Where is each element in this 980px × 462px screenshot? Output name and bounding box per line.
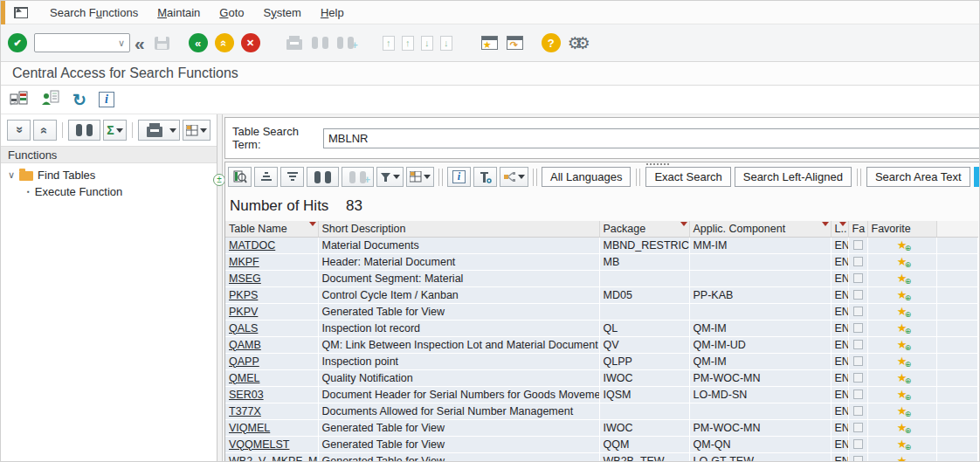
search-mode-button-1[interactable]: Exact Search — [645, 167, 730, 187]
menu-search-functions[interactable]: Search Functions — [40, 6, 148, 19]
tree-layout-button[interactable] — [183, 120, 210, 141]
tree-expand-icon[interactable]: ∨ — [8, 169, 15, 181]
color-legend-icon[interactable] — [10, 91, 29, 109]
table-name-link[interactable]: WB2_V_MKPF_M.. — [229, 455, 318, 462]
table-name-link[interactable]: SER03 — [229, 389, 264, 401]
search-mode-button-0[interactable]: All Languages — [542, 167, 631, 187]
favorite-checkbox[interactable] — [853, 257, 863, 266]
add-favorite-icon[interactable]: ★⊕ — [897, 339, 908, 350]
cancel-button[interactable]: ✕ — [241, 33, 260, 52]
last-page-icon[interactable]: ↓ — [440, 36, 452, 51]
info-icon[interactable]: i — [99, 92, 114, 107]
table-name-link[interactable]: VQQMELST — [229, 438, 289, 451]
menu-goto[interactable]: Goto — [210, 6, 253, 19]
vertical-splitter[interactable]: ± — [217, 114, 223, 462]
find-next-icon[interactable]: + — [337, 37, 354, 49]
favorite-checkbox[interactable] — [853, 373, 863, 383]
add-favorite-icon[interactable]: ★⊕ — [897, 405, 908, 417]
splitter-toggle-icon[interactable]: ± — [213, 174, 225, 186]
add-favorite-icon[interactable]: ★⊕ — [897, 438, 908, 450]
search-mode-button-3[interactable]: Search Area Text — [866, 167, 970, 187]
back-button[interactable]: « — [189, 33, 208, 52]
grid-find-next-button[interactable]: + — [342, 167, 374, 187]
hierarchy-button[interactable] — [500, 167, 528, 187]
table-name-link[interactable]: QAMB — [229, 339, 261, 351]
favorite-checkbox[interactable] — [853, 406, 863, 416]
column-header[interactable]: Package — [599, 221, 689, 237]
add-favorite-icon[interactable]: ★⊕ — [897, 372, 908, 383]
column-header[interactable]: Favorite — [867, 221, 936, 237]
create-shortcut-icon[interactable]: ↷ — [507, 36, 523, 50]
favorite-checkbox[interactable] — [853, 307, 863, 316]
tree-node-find-tables[interactable]: ∨ Find Tables — [8, 167, 217, 183]
favorite-checkbox[interactable] — [853, 439, 863, 449]
table-name-link[interactable]: PKPV — [229, 306, 258, 318]
menu-help[interactable]: Help — [311, 6, 354, 19]
help-button[interactable]: ? — [542, 33, 561, 52]
grid-info-button[interactable]: i — [447, 167, 471, 187]
favorite-checkbox[interactable] — [853, 273, 863, 283]
technical-settings-button[interactable] — [473, 167, 497, 187]
add-favorite-icon[interactable]: ★⊕ — [897, 306, 908, 317]
table-name-link[interactable]: MSEG — [229, 272, 261, 285]
previous-page-icon[interactable]: ↑ — [402, 36, 414, 51]
grid-find-button[interactable] — [307, 167, 339, 187]
table-name-link[interactable]: MATDOC — [229, 239, 275, 252]
exit-button[interactable]: « — [215, 33, 234, 52]
favorite-checkbox[interactable] — [853, 340, 863, 349]
back-chevrons-icon[interactable]: « — [135, 34, 145, 52]
sort-descending-button[interactable] — [280, 167, 304, 187]
favorite-checkbox[interactable] — [853, 423, 863, 432]
add-favorite-icon[interactable]: ★⊕ — [897, 322, 908, 334]
favorite-checkbox[interactable] — [853, 356, 863, 366]
add-favorite-icon[interactable]: ★⊕ — [897, 355, 908, 367]
add-favorite-icon[interactable]: ★⊕ — [897, 272, 908, 284]
column-header[interactable]: Table Name — [225, 221, 318, 237]
table-name-link[interactable]: QAPP — [229, 355, 259, 368]
table-name-link[interactable]: T377X — [229, 405, 261, 417]
tree-print-button[interactable] — [138, 120, 180, 141]
add-favorite-icon[interactable]: ★⊕ — [897, 289, 908, 300]
tree-item-execute-function[interactable]: ▪ Execute Function — [8, 183, 217, 200]
add-favorite-icon[interactable]: ★⊕ — [897, 422, 908, 433]
favorite-checkbox[interactable] — [853, 456, 863, 462]
filter-button[interactable] — [376, 167, 404, 187]
search-mode-button-2[interactable]: Search Left-Aligned — [735, 167, 852, 187]
sort-ascending-button[interactable] — [254, 167, 278, 187]
save-icon[interactable] — [155, 37, 169, 50]
tree-find-button[interactable] — [68, 120, 100, 141]
enter-button[interactable]: ✔ — [8, 33, 27, 52]
column-header[interactable]: L.. — [831, 221, 848, 237]
user-list-icon[interactable] — [41, 90, 60, 109]
customize-layout-icon[interactable]: ⚙⚙ — [568, 33, 583, 53]
table-name-link[interactable]: VIQMEL — [229, 422, 270, 434]
column-header[interactable]: Applic. Component — [689, 221, 831, 237]
menu-system[interactable]: System — [254, 6, 311, 19]
favorite-checkbox[interactable] — [853, 323, 863, 333]
table-name-link[interactable]: QMEL — [229, 372, 259, 384]
table-name-link[interactable]: QALS — [229, 322, 258, 334]
find-icon[interactable] — [312, 37, 328, 49]
table-search-term-input[interactable] — [323, 128, 980, 148]
expand-all-button[interactable]: « — [33, 120, 57, 141]
table-name-link[interactable]: MKPF — [229, 256, 259, 268]
menu-maintain[interactable]: Maintain — [148, 6, 210, 19]
add-favorite-icon[interactable]: ★⊕ — [897, 256, 908, 267]
splitter-handle[interactable] — [646, 163, 669, 166]
grid-layout-button[interactable] — [406, 167, 434, 187]
command-field[interactable]: ∨ — [34, 33, 130, 52]
add-favorite-icon[interactable]: ★⊕ — [897, 455, 908, 462]
first-page-icon[interactable]: ↑ — [383, 36, 395, 51]
add-favorite-icon[interactable]: ★⊕ — [897, 239, 908, 251]
collapse-all-button[interactable]: « — [7, 120, 31, 141]
column-header[interactable]: Fa — [848, 221, 867, 237]
print-icon[interactable] — [286, 39, 302, 50]
table-name-link[interactable]: PKPS — [229, 289, 258, 301]
favorite-checkbox[interactable] — [853, 290, 863, 300]
favorite-checkbox[interactable] — [853, 240, 863, 250]
search-mode-button-4[interactable]: Search Area Field Names — [974, 167, 980, 187]
details-button[interactable] — [228, 167, 252, 187]
favorite-checkbox[interactable] — [853, 390, 863, 399]
sum-menu-button[interactable]: Σ — [103, 120, 127, 141]
refresh-icon[interactable]: ↻ — [72, 92, 86, 108]
